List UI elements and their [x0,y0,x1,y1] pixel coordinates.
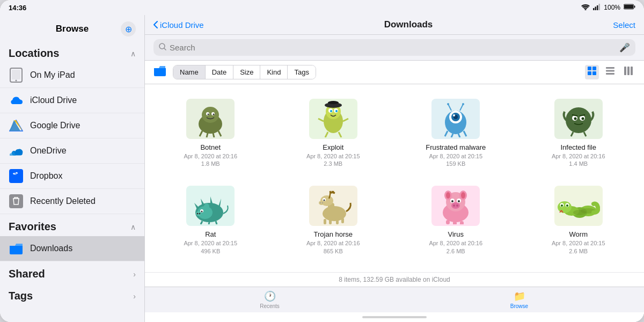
sidebar-item-ipad-label: On My iPad [30,70,75,80]
sidebar-item-onedrive-label: OneDrive [30,146,67,156]
sidebar-item-onedrive[interactable]: OneDrive [0,138,144,164]
sort-kind-button[interactable]: Kind [260,65,288,79]
svg-point-103 [451,200,453,202]
select-button[interactable]: Select [613,20,635,30]
svg-point-89 [320,202,321,203]
main-content: Browse ⊕ Locations ∧ On My iPad [0,15,644,322]
bottom-tab-browse[interactable]: 📁 Browse [394,287,644,312]
svg-point-0 [585,9,587,10]
svg-line-46 [318,119,324,121]
sidebar: Browse ⊕ Locations ∧ On My iPad [0,15,145,322]
browse-label: Browse [510,303,528,309]
svg-point-31 [208,114,209,115]
file-item-exploit[interactable]: Exploit Apr 8, 2020 at 20:15 2.3 MB [276,93,391,171]
home-bar [362,316,427,318]
svg-point-104 [458,200,460,202]
panel-title: Downloads [384,19,433,30]
battery-label: 100% [604,4,620,11]
panel-header: iCloud Drive Downloads Select [145,15,644,35]
bottom-tab-recents[interactable]: 🕐 Recents [145,287,394,312]
sidebar-item-dropbox[interactable]: Dropbox [0,164,144,189]
locations-section-header: Locations ∧ [0,41,144,63]
svg-rect-92 [329,219,332,224]
file-size-trojan-horse: 865 KB [324,248,343,254]
home-indicator [145,312,644,322]
recents-icon: 🕐 [264,290,276,302]
svg-line-35 [213,133,214,137]
file-name-virus: Virus [448,230,464,238]
svg-rect-24 [624,67,626,75]
file-size-rat: 496 KB [201,248,220,254]
file-thumbnail-exploit [306,97,360,140]
sidebar-item-ipad[interactable]: On My iPad [0,63,144,88]
file-item-trojan-horse[interactable]: Trojan horse Apr 8, 2020 at 20:16 865 KB [276,180,391,258]
sidebar-item-recently-deleted-label: Recently Deleted [30,196,96,206]
sidebar-item-icloud-label: iCloud Drive [30,96,77,105]
sidebar-item-downloads[interactable]: Downloads [0,236,144,261]
sidebar-item-gdrive-label: Google Drive [30,121,80,130]
svg-point-121 [566,204,568,207]
svg-rect-2 [595,6,597,10]
tags-section-header[interactable]: Tags › [0,283,144,305]
svg-point-90 [322,202,323,203]
sort-size-button[interactable]: Size [233,65,260,79]
svg-line-34 [207,133,208,137]
file-item-botnet[interactable]: Botnet Apr 8, 2020 at 20:16 1.8 MB [153,93,268,171]
sort-tags-button[interactable]: Tags [288,65,315,79]
svg-rect-1 [593,8,595,10]
svg-point-78 [199,213,201,215]
svg-rect-7 [624,5,633,9]
svg-point-66 [574,118,576,120]
svg-line-62 [464,131,466,136]
svg-rect-94 [341,218,344,223]
file-date-botnet: Apr 8, 2020 at 20:16 [184,152,237,160]
column-view-button[interactable] [621,65,635,79]
file-thumbnail-worm [552,184,605,227]
sidebar-title: Browse [24,24,121,34]
frustrated-malware-creature-icon [431,99,480,139]
rat-creature-icon [186,186,235,226]
svg-line-47 [343,119,348,121]
microphone-icon[interactable]: 🎤 [619,42,630,53]
tags-arrow: › [133,292,136,301]
file-item-infected-file[interactable]: Infected file Apr 8, 2020 at 20:16 1.4 M… [522,93,636,171]
sidebar-item-icloud[interactable]: iCloud Drive [0,88,144,113]
file-date-infected-file: Apr 8, 2020 at 20:16 [552,152,605,160]
svg-rect-26 [631,67,633,75]
svg-point-87 [323,200,325,201]
downloads-folder-icon [9,241,24,256]
botnet-creature-icon [186,99,235,139]
svg-rect-20 [592,71,596,75]
recents-label: Recents [260,303,280,309]
list-view-button[interactable] [603,65,617,79]
svg-point-107 [456,204,458,207]
back-button[interactable]: iCloud Drive [153,20,204,30]
svg-rect-91 [324,219,326,224]
search-input[interactable] [170,43,616,52]
file-item-rat[interactable]: Rat Apr 8, 2020 at 20:15 496 KB [153,180,268,258]
file-thumbnail-infected-file [552,97,605,140]
file-date-frustrated-malware: Apr 8, 2020 at 20:15 [429,152,482,160]
svg-rect-6 [634,6,635,8]
file-item-worm[interactable]: Worm Apr 8, 2020 at 20:15 2.6 MB [522,180,636,258]
exploit-creature-icon [309,99,357,139]
sort-buttons: Name Date Size Kind Tags [173,65,316,79]
sidebar-item-recently-deleted[interactable]: Recently Deleted [0,189,144,214]
file-size-virus: 2.6 MB [447,248,465,254]
sort-date-button[interactable]: Date [206,65,233,79]
svg-rect-10 [12,70,20,79]
svg-rect-3 [597,5,598,10]
sort-name-button[interactable]: Name [173,65,206,79]
grid-view-button[interactable] [585,65,599,79]
sidebar-item-gdrive[interactable]: Google Drive [0,113,144,138]
svg-point-117 [558,201,572,213]
sidebar-menu-button[interactable]: ⊕ [121,21,136,36]
file-item-virus[interactable]: Virus Apr 8, 2020 at 20:16 2.6 MB [399,180,513,258]
file-size-exploit: 2.3 MB [324,160,342,167]
file-item-frustrated-malware[interactable]: Frustrated malware Apr 8, 2020 at 20:15 … [399,93,513,171]
file-date-trojan-horse: Apr 8, 2020 at 20:16 [306,239,360,247]
svg-point-119 [561,204,563,207]
shared-section-header[interactable]: Shared › [0,261,144,283]
signal-icon [593,4,601,12]
svg-rect-19 [588,71,591,75]
